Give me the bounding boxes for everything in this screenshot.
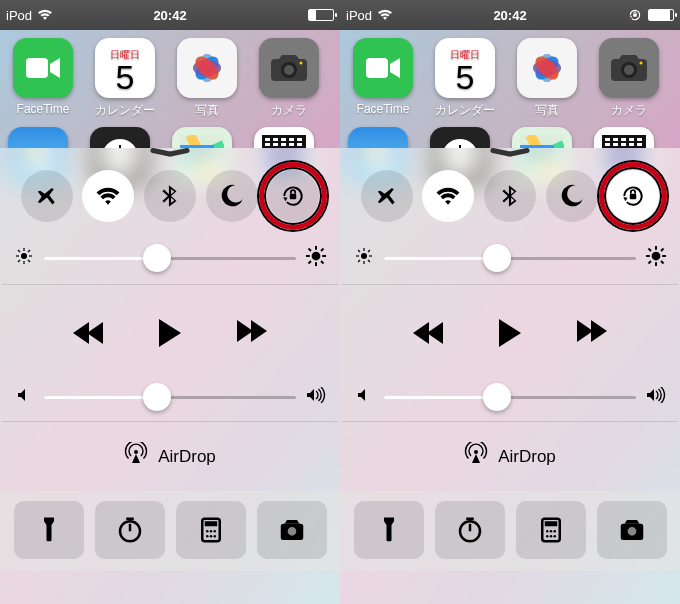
svg-rect-55 (126, 518, 134, 521)
forward-button[interactable] (239, 320, 267, 346)
svg-line-117 (649, 261, 652, 264)
svg-point-131 (627, 526, 637, 536)
brightness-track[interactable] (44, 257, 296, 260)
airdrop-button[interactable]: AirDrop (0, 422, 340, 491)
slider-thumb[interactable] (143, 244, 171, 272)
rotation-lock-status-icon (628, 8, 642, 22)
app-camera[interactable]: カメラ (594, 38, 664, 119)
flashlight-button[interactable] (14, 501, 84, 559)
calendar-icon: 日曜日 5 (435, 38, 495, 98)
svg-line-48 (309, 249, 312, 252)
app-label: 写真 (535, 102, 559, 119)
svg-line-41 (28, 250, 30, 252)
svg-rect-92 (637, 138, 642, 141)
rewind-button[interactable] (73, 322, 101, 344)
svg-rect-99 (630, 194, 637, 199)
app-camera[interactable]: カメラ (254, 38, 324, 119)
airdrop-label: AirDrop (498, 447, 556, 467)
svg-rect-30 (289, 143, 294, 146)
svg-line-42 (18, 260, 20, 262)
camera-button[interactable] (257, 501, 327, 559)
calendar-icon: 日曜日 5 (95, 38, 155, 98)
bluetooth-toggle[interactable] (144, 170, 196, 222)
svg-rect-95 (621, 143, 626, 146)
forward-button[interactable] (579, 320, 607, 346)
volume-track[interactable] (384, 396, 636, 399)
svg-point-125 (549, 530, 552, 533)
svg-rect-25 (289, 138, 294, 141)
svg-line-108 (358, 260, 360, 262)
photos-icon (517, 38, 577, 98)
svg-point-58 (206, 530, 209, 533)
calendar-day: 5 (116, 62, 135, 92)
camera-icon (259, 38, 319, 98)
play-button[interactable] (159, 319, 181, 347)
app-photos[interactable]: 写真 (512, 38, 582, 119)
app-photos[interactable]: 写真 (172, 38, 242, 119)
app-calendar[interactable]: 日曜日 5 カレンダー (430, 38, 500, 119)
rotation-lock-toggle[interactable] (607, 170, 659, 222)
app-facetime[interactable]: FaceTime (348, 38, 418, 119)
dnd-toggle[interactable] (546, 170, 598, 222)
app-label: FaceTime (357, 102, 410, 116)
rotation-lock-toggle[interactable] (267, 170, 319, 222)
dnd-toggle[interactable] (206, 170, 258, 222)
volume-track[interactable] (44, 396, 296, 399)
brightness-slider[interactable] (0, 232, 340, 284)
svg-point-78 (624, 65, 634, 75)
airplane-toggle[interactable] (21, 170, 73, 222)
timer-button[interactable] (435, 501, 505, 559)
wifi-toggle[interactable] (422, 170, 474, 222)
grabber-icon[interactable] (150, 152, 190, 158)
timer-button[interactable] (95, 501, 165, 559)
svg-point-65 (287, 526, 297, 536)
calculator-button[interactable] (516, 501, 586, 559)
status-bar: iPod 20:42 (340, 0, 680, 30)
svg-point-52 (134, 450, 138, 454)
media-controls (340, 285, 680, 367)
volume-slider[interactable] (340, 367, 680, 421)
svg-rect-67 (366, 58, 388, 78)
rewind-button[interactable] (413, 322, 441, 344)
svg-line-40 (28, 260, 30, 262)
brightness-high-icon (646, 246, 664, 270)
app-calendar[interactable]: 日曜日 5 カレンダー (90, 38, 160, 119)
slider-thumb[interactable] (483, 383, 511, 411)
app-facetime[interactable]: FaceTime (8, 38, 78, 119)
wifi-status-icon (378, 9, 392, 21)
wifi-toggle[interactable] (82, 170, 134, 222)
svg-rect-26 (297, 138, 302, 141)
calculator-button[interactable] (176, 501, 246, 559)
shortcut-row (0, 491, 340, 571)
svg-line-39 (18, 250, 20, 252)
grabber-icon[interactable] (490, 152, 530, 158)
airdrop-button[interactable]: AirDrop (340, 422, 680, 491)
svg-point-100 (361, 253, 367, 259)
svg-line-106 (368, 260, 370, 262)
bluetooth-toggle[interactable] (484, 170, 536, 222)
app-label: 写真 (195, 102, 219, 119)
brightness-slider[interactable] (340, 232, 680, 284)
svg-rect-28 (273, 143, 278, 146)
svg-line-115 (661, 261, 664, 264)
camera-button[interactable] (597, 501, 667, 559)
svg-line-105 (358, 250, 360, 252)
media-controls (0, 285, 340, 367)
volume-slider[interactable] (0, 367, 340, 421)
svg-rect-97 (637, 143, 642, 146)
toggle-row (340, 164, 680, 232)
svg-rect-22 (265, 138, 270, 141)
airdrop-icon (464, 442, 488, 471)
airplane-toggle[interactable] (361, 170, 413, 222)
svg-rect-23 (273, 138, 278, 141)
brightness-track[interactable] (384, 257, 636, 260)
svg-line-114 (649, 249, 652, 252)
play-button[interactable] (499, 319, 521, 347)
slider-thumb[interactable] (143, 383, 171, 411)
carrier-label: iPod (346, 8, 372, 23)
slider-thumb[interactable] (483, 244, 511, 272)
svg-point-79 (640, 62, 643, 65)
flashlight-button[interactable] (354, 501, 424, 559)
brightness-low-icon (356, 248, 374, 268)
svg-point-109 (652, 252, 661, 261)
